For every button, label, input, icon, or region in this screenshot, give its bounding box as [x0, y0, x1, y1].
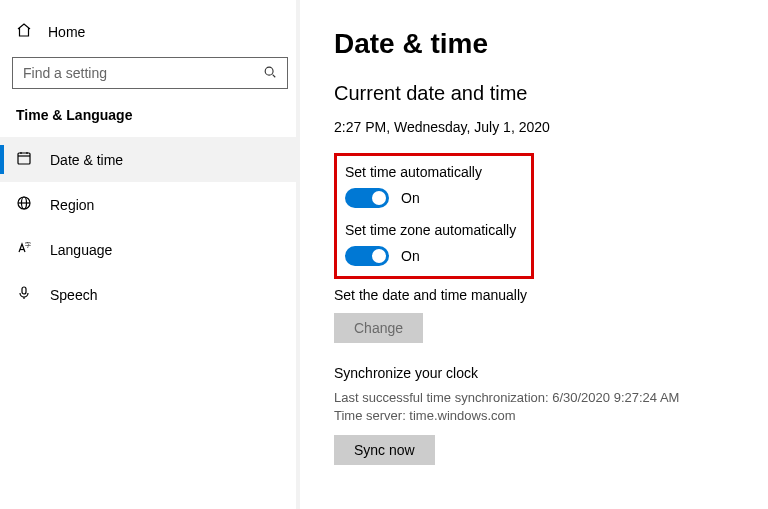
- svg-point-0: [265, 67, 273, 75]
- sidebar-item-label: Language: [50, 242, 112, 258]
- sidebar: Home Time & Language Date & time: [0, 0, 300, 509]
- nav-list: Date & time Region 字 Language: [0, 137, 300, 317]
- home-link[interactable]: Home: [0, 14, 300, 57]
- set-manual-label: Set the date and time manually: [334, 287, 744, 303]
- search-input[interactable]: [23, 65, 263, 81]
- section-current-dt: Current date and time: [334, 82, 744, 105]
- microphone-icon: [16, 285, 32, 304]
- home-icon: [16, 22, 32, 41]
- globe-icon: [16, 195, 32, 214]
- sync-section: Synchronize your clock Last successful t…: [334, 365, 744, 487]
- set-time-auto-toggle[interactable]: [345, 188, 389, 208]
- set-time-auto-label: Set time automatically: [345, 164, 519, 180]
- set-time-auto-toggle-row: On: [345, 188, 519, 208]
- sync-now-button[interactable]: Sync now: [334, 435, 435, 465]
- home-label: Home: [48, 24, 85, 40]
- sync-info: Last successful time synchronization: 6/…: [334, 389, 744, 425]
- sidebar-item-region[interactable]: Region: [0, 182, 300, 227]
- sync-server: Time server: time.windows.com: [334, 407, 744, 425]
- sidebar-item-label: Date & time: [50, 152, 123, 168]
- set-tz-auto-state: On: [401, 248, 420, 264]
- set-tz-auto-toggle[interactable]: [345, 246, 389, 266]
- sidebar-item-language[interactable]: 字 Language: [0, 227, 300, 272]
- svg-rect-2: [18, 153, 30, 164]
- highlight-box: Set time automatically On Set time zone …: [334, 153, 534, 279]
- svg-line-1: [273, 74, 276, 77]
- sync-title: Synchronize your clock: [334, 365, 744, 381]
- svg-rect-11: [22, 287, 26, 294]
- sidebar-item-date-time[interactable]: Date & time: [0, 137, 300, 182]
- search-icon: [263, 65, 277, 82]
- main-content: Date & time Current date and time 2:27 P…: [300, 0, 768, 509]
- category-heading: Time & Language: [0, 107, 300, 137]
- clock-icon: [16, 150, 32, 169]
- page-title: Date & time: [334, 28, 744, 60]
- sidebar-item-label: Speech: [50, 287, 97, 303]
- language-icon: 字: [16, 240, 32, 259]
- set-tz-auto-label: Set time zone automatically: [345, 222, 519, 238]
- search-box[interactable]: [12, 57, 288, 89]
- sidebar-item-label: Region: [50, 197, 94, 213]
- sidebar-item-speech[interactable]: Speech: [0, 272, 300, 317]
- set-time-auto-state: On: [401, 190, 420, 206]
- set-tz-auto-toggle-row: On: [345, 246, 519, 266]
- sync-last: Last successful time synchronization: 6/…: [334, 389, 744, 407]
- svg-text:字: 字: [25, 241, 31, 248]
- current-datetime: 2:27 PM, Wednesday, July 1, 2020: [334, 119, 744, 135]
- change-button: Change: [334, 313, 423, 343]
